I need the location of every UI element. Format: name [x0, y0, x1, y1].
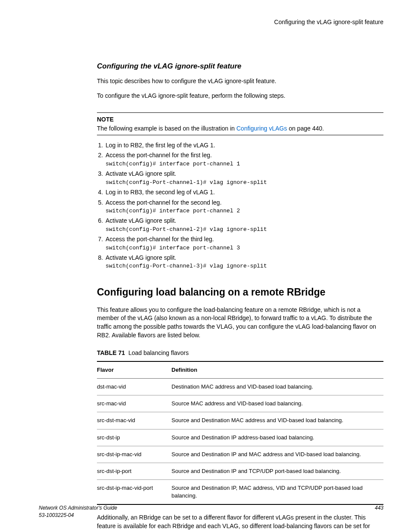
step-item: Log in to RB2, the first leg of the vLAG…	[105, 141, 383, 150]
intro-paragraph-1: This topic describes how to configure th…	[97, 77, 383, 86]
note-suffix: on page 440.	[287, 125, 324, 132]
step-command: switch(config)# interface port-channel 2	[106, 207, 383, 215]
table-header-definition: Definition	[171, 361, 383, 379]
definition-cell: Source and Destination IP address-based …	[171, 429, 383, 446]
step-text: Log in to RB2, the first leg of the vLAG…	[106, 142, 215, 149]
table-header-flavor: Flavor	[97, 361, 171, 379]
page-number: 443	[375, 504, 383, 512]
h2-paragraph: This feature allows you to configure the…	[97, 306, 383, 339]
table-title: Load balancing flavors	[128, 349, 189, 356]
flavor-cell: dst-mac-vid	[97, 378, 171, 395]
h2-body: This feature allows you to configure the…	[97, 306, 383, 339]
flavor-cell: src-mac-vid	[97, 395, 171, 412]
step-item: Log in to RB3, the second leg of vLAG 1.	[105, 188, 383, 197]
flavor-cell: src-dst-ip-mac-vid-port	[97, 480, 171, 505]
page-footer: 443 Network OS Administrator's Guide 53-…	[39, 504, 383, 519]
heading-load-balancing: Configuring load balancing on a remote R…	[97, 285, 383, 299]
steps-list: Log in to RB2, the first leg of the vLAG…	[97, 141, 383, 271]
step-item: Access the port-channel for the first le…	[105, 151, 383, 168]
flavor-cell: src-dst-ip-mac-vid	[97, 446, 171, 463]
note-link[interactable]: Configuring vLAGs	[237, 125, 287, 132]
footer-line-2: 53-1003225-04	[39, 512, 383, 519]
step-text: Activate vLAG ignore split.	[106, 254, 176, 261]
step-command: switch(config-Port-channel-1)# vlag igno…	[106, 179, 383, 187]
step-item: Activate vLAG ignore split.switch(config…	[105, 170, 383, 187]
table-caption: TABLE 71 Load balancing flavors	[97, 349, 383, 358]
table-row: src-dst-ip-mac-vidSource and Destination…	[97, 446, 383, 463]
step-text: Log in to RB3, the second leg of vLAG 1.	[106, 189, 215, 196]
table-row: src-dst-ip-mac-vid-portSource and Destin…	[97, 480, 383, 505]
footer-line-1: Network OS Administrator's Guide	[39, 504, 383, 512]
note-rule-bottom	[97, 135, 383, 135]
step-command: switch(config)# interface port-channel 3	[106, 244, 383, 252]
definition-cell: Source MAC address and VID-based load ba…	[171, 395, 383, 412]
definition-cell: Destination MAC address and VID-based lo…	[171, 378, 383, 395]
definition-cell: Source and Destination IP, MAC address, …	[171, 480, 383, 505]
definition-cell: Source and Destination IP and MAC addres…	[171, 446, 383, 463]
note-rule-top	[97, 112, 383, 113]
section-title: Configuring the vLAG ignore-split featur…	[97, 61, 383, 72]
step-item: Activate vLAG ignore split.switch(config…	[105, 217, 383, 233]
flavor-cell: src-dst-ip-port	[97, 463, 171, 479]
step-item: Access the port-channel for the third le…	[105, 235, 383, 252]
table-row: src-dst-mac-vidSource and Destination MA…	[97, 412, 383, 429]
step-text: Access the port-channel for the third le…	[106, 236, 214, 243]
step-item: Activate vLAG ignore split.switch(config…	[105, 254, 383, 271]
definition-cell: Source and Destination IP and TCP/UDP po…	[171, 463, 383, 479]
running-head: Configuring the vLAG ignore-split featur…	[39, 18, 383, 27]
step-text: Access the port-channel for the first le…	[106, 152, 212, 159]
table-row: src-dst-ip-portSource and Destination IP…	[97, 463, 383, 479]
flavors-table: Flavor Definition dst-mac-vidDestination…	[97, 361, 383, 505]
table-row: src-mac-vidSource MAC address and VID-ba…	[97, 395, 383, 412]
flavor-cell: src-dst-mac-vid	[97, 412, 171, 429]
table-header-row: Flavor Definition	[97, 361, 383, 379]
step-text: Access the port-channel for the second l…	[106, 199, 221, 206]
table-row: dst-mac-vidDestination MAC address and V…	[97, 378, 383, 395]
flavor-cell: src-dst-ip	[97, 429, 171, 446]
page: Configuring the vLAG ignore-split featur…	[0, 0, 411, 532]
definition-cell: Source and Destination MAC address and V…	[171, 412, 383, 429]
note-prefix: The following example is based on the il…	[97, 125, 237, 132]
step-command: switch(config)# interface port-channel 1	[106, 160, 383, 168]
step-item: Access the port-channel for the second l…	[105, 199, 383, 215]
intro-paragraph-2: To configure the vLAG ignore-split featu…	[97, 92, 383, 100]
section-body: This topic describes how to configure th…	[97, 77, 383, 100]
note-label: NOTE	[97, 115, 383, 124]
table-label: TABLE 71	[97, 349, 125, 356]
step-text: Activate vLAG ignore split.	[106, 217, 176, 224]
table-row: src-dst-ipSource and Destination IP addr…	[97, 429, 383, 446]
step-command: switch(config-Port-channel-2)# vlag igno…	[106, 226, 383, 233]
note-text: The following example is based on the il…	[97, 124, 383, 133]
step-text: Activate vLAG ignore split.	[106, 170, 176, 177]
step-command: switch(config-Port-channel-3)# vlag igno…	[106, 262, 383, 270]
